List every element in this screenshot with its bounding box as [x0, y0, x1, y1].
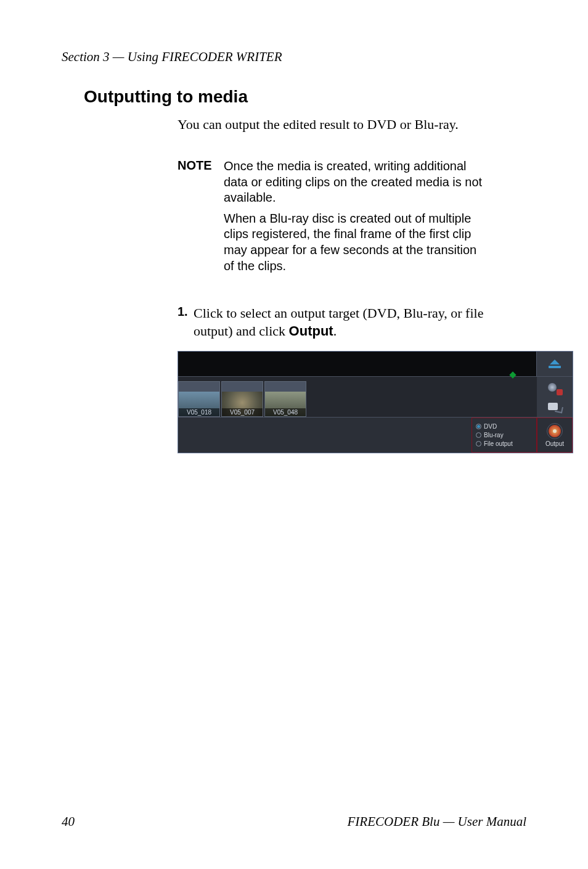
timeline-track[interactable] [178, 352, 537, 376]
clip-thumbnail[interactable]: V05_007 [221, 381, 263, 417]
eject-icon[interactable] [547, 360, 562, 368]
footer-sep: — [439, 814, 457, 829]
footer-doc-title: FIRECODER Blu — User Manual [348, 814, 527, 830]
clip-strip-row: V05_018 V05_007 V05_048 [178, 376, 573, 417]
clip-label: V05_007 [222, 408, 263, 416]
footer-doc: User Manual [458, 814, 526, 829]
clip-thumbnail[interactable]: V05_048 [264, 381, 306, 417]
radio-dvd[interactable]: DVD [476, 423, 533, 430]
radio-file-output[interactable]: File output [476, 440, 533, 447]
step-text: Click to select an output target (DVD, B… [194, 305, 489, 340]
section-heading: Outputting to media [84, 87, 526, 107]
step-ui-word: Output [289, 323, 333, 339]
timeline-row [178, 352, 573, 376]
radio-dot-icon [476, 441, 481, 447]
note-paragraph-2: When a Blu-ray disc is created out of mu… [224, 211, 489, 274]
step-1: 1. Click to select an output target (DVD… [178, 305, 489, 340]
note-label: NOTE [178, 159, 224, 173]
clip-label: V05_048 [265, 408, 306, 416]
step-number: 1. [178, 305, 194, 319]
app-screenshot: V05_018 V05_007 V05_048 [178, 351, 573, 453]
radio-bluray[interactable]: Blu-ray [476, 432, 533, 439]
radio-dvd-label: DVD [484, 423, 497, 430]
running-header: Section 3 — Using FIRECODER WRITER [62, 49, 526, 65]
radio-dot-icon [476, 432, 481, 438]
clip-label: V05_018 [179, 408, 219, 416]
radio-dot-icon [476, 424, 481, 429]
footer-product: FIRECODER Blu [348, 814, 440, 829]
screenshot-wrapper: V05_018 V05_007 V05_048 [178, 351, 574, 453]
output-button[interactable]: Output [537, 418, 573, 453]
step-text-after: . [333, 323, 337, 339]
burn-disc-icon [547, 423, 563, 439]
clip-strip: V05_018 V05_007 V05_048 [178, 377, 537, 417]
note-paragraph-1: Once the media is created, writing addit… [224, 159, 489, 206]
folder-swap-icon[interactable] [547, 399, 563, 413]
step-text-before: Click to select an output target (DVD, B… [194, 305, 483, 339]
page-footer: 40 FIRECODER Blu — User Manual [62, 814, 526, 830]
eject-cell [537, 352, 573, 376]
page: Section 3 — Using FIRECODER WRITER Outpu… [0, 0, 588, 869]
disc-swap-icon[interactable] [547, 382, 563, 395]
output-row-spacer [178, 418, 472, 453]
page-number: 40 [62, 814, 75, 830]
radio-file-output-label: File output [484, 440, 513, 447]
intro-paragraph: You can output the edited result to DVD … [178, 117, 489, 133]
note-body: Once the media is created, writing addit… [224, 159, 489, 279]
radio-bluray-label: Blu-ray [484, 432, 504, 439]
output-target-group: DVD Blu-ray File output [472, 418, 537, 453]
output-row: DVD Blu-ray File output Output [178, 417, 573, 453]
clip-thumbnail[interactable]: V05_018 [178, 381, 220, 417]
note-block: NOTE Once the media is created, writing … [178, 159, 489, 279]
output-button-label: Output [545, 440, 564, 447]
side-tool-cell [537, 377, 573, 417]
